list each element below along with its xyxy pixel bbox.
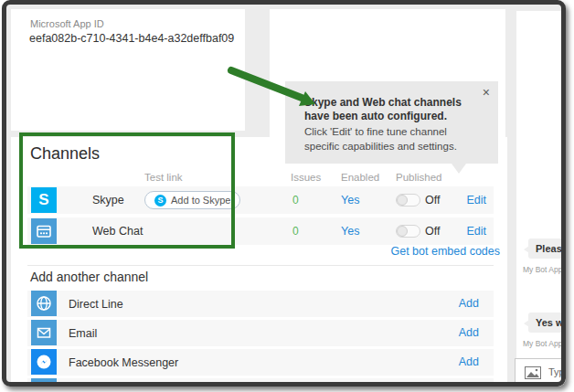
add-channel-row-email: Email Add [27,320,494,346]
auto-configured-tooltip: × Skype and Web chat channels have been … [285,81,498,164]
toggle-knob [397,195,408,206]
chat-input-text: Typ [548,366,565,377]
column-header-issues: Issues [291,172,321,183]
chat-bubble-caption: My Bot App [523,339,562,348]
column-header-published: Published [396,172,442,183]
issues-count: 0 [292,225,299,238]
screenshot: Microsoft App ID eefa082b-c710-4341-b4e4… [0,0,574,392]
enabled-link[interactable]: Yes [341,194,359,207]
edit-link[interactable]: Edit [466,194,486,207]
channel-icon [31,378,57,387]
globe-icon [31,291,57,316]
bot-framework-page: Microsoft App ID eefa082b-c710-4341-b4e4… [2,0,566,387]
add-channel-row-facebook-messenger: Facebook Messenger Add [27,349,494,376]
edit-link[interactable]: Edit [466,225,486,238]
app-id-value: eefa082b-c710-4341-b4e4-a32deffbaf09 [29,32,234,45]
enabled-link[interactable]: Yes [341,225,359,238]
chat-bubble-caption: My Bot App [523,265,562,274]
add-channel-row-direct-line: Direct Line Add [27,291,494,317]
channel-name: Facebook Messenger [69,356,178,369]
channel-name: Direct Line [69,298,123,311]
published-state: Off [425,225,440,238]
add-link[interactable]: Add [459,355,479,368]
image-upload-icon[interactable] [525,366,541,383]
annotation-rectangle [19,132,235,249]
tooltip-title: Skype and Web chat channels have been au… [304,96,487,124]
chat-bubble: Please l [528,238,566,259]
add-channel-row-partial [27,378,494,387]
add-link[interactable]: Add [459,326,479,339]
chat-message-input[interactable]: Typ [515,358,566,387]
channel-name: Email [69,327,97,340]
email-icon [31,320,57,345]
tooltip-body: Click 'Edit' to fine tune channel specif… [304,125,484,154]
chat-bubble: Yes we [528,313,566,333]
issues-count: 0 [292,194,299,207]
column-header-enabled: Enabled [341,172,379,183]
section-divider [27,265,494,266]
toggle-knob [397,226,408,237]
add-another-channel-title: Add another channel [30,270,148,284]
app-id-card: Microsoft App ID eefa082b-c710-4341-b4e4… [11,9,245,131]
tooltip-tail [452,164,466,174]
facebook-messenger-icon [31,349,57,375]
get-bot-embed-codes-link[interactable]: Get bot embed codes [390,245,500,258]
published-toggle[interactable] [396,225,420,238]
published-state: Off [425,194,440,207]
add-link[interactable]: Add [459,297,479,310]
app-id-label: Microsoft App ID [30,18,104,29]
published-toggle[interactable] [396,194,420,207]
